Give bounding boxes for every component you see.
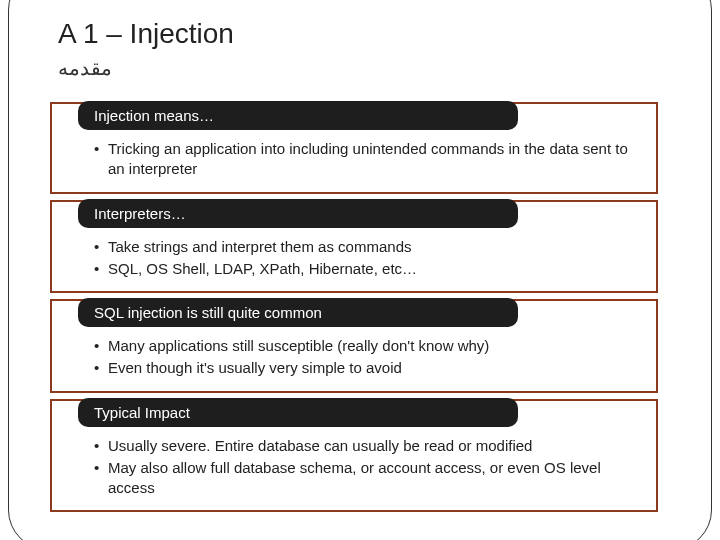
section-interpreters: Interpreters… Take strings and interpret… (50, 200, 658, 294)
section-body: Usually severe. Entire database can usua… (52, 430, 656, 511)
slide-content: A 1 – Injection ﻣﻘﺪﻣﻪ Injection means… T… (0, 0, 720, 512)
list-item: May also allow full database schema, or … (94, 458, 636, 499)
section-injection-means: Injection means… Tricking an application… (50, 102, 658, 194)
list-item: SQL, OS Shell, LDAP, XPath, Hibernate, e… (94, 259, 636, 279)
section-sql-common: SQL injection is still quite common Many… (50, 299, 658, 393)
sections-container: Injection means… Tricking an application… (0, 102, 720, 512)
section-header: SQL injection is still quite common (78, 298, 518, 327)
section-typical-impact: Typical Impact Usually severe. Entire da… (50, 399, 658, 513)
section-body: Tricking an application into including u… (52, 133, 656, 192)
section-body: Take strings and interpret them as comma… (52, 231, 656, 292)
list-item: Tricking an application into including u… (94, 139, 636, 180)
section-header: Interpreters… (78, 199, 518, 228)
list-item: Usually severe. Entire database can usua… (94, 436, 636, 456)
list-item: Even though it's usually very simple to … (94, 358, 636, 378)
page-subtitle: ﻣﻘﺪﻣﻪ (0, 56, 720, 80)
section-header: Typical Impact (78, 398, 518, 427)
list-item: Take strings and interpret them as comma… (94, 237, 636, 257)
page-title: A 1 – Injection (0, 18, 720, 50)
section-header: Injection means… (78, 101, 518, 130)
section-body: Many applications still susceptible (rea… (52, 330, 656, 391)
list-item: Many applications still susceptible (rea… (94, 336, 636, 356)
